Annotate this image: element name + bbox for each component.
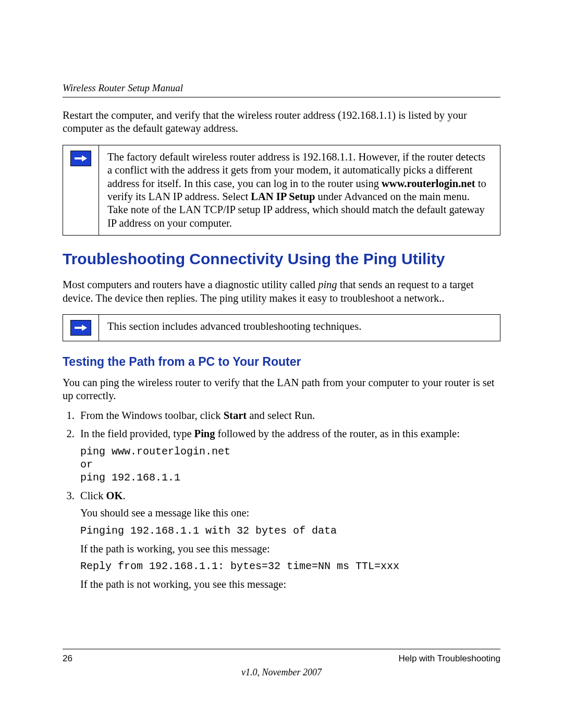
note-arrow-icon [70, 320, 91, 336]
step3-post: . [123, 490, 125, 501]
doc-version: v1.0, November 2007 [63, 667, 500, 678]
step3-p3: If the path is not working, you see this… [80, 578, 500, 591]
page-number: 26 [63, 653, 72, 664]
document-page: Wireless Router Setup Manual Restart the… [0, 0, 563, 728]
step3-bold: OK [106, 490, 123, 501]
note-text: This section includes advanced troublesh… [99, 315, 370, 341]
step-3: Click OK. You should see a message like … [77, 489, 500, 591]
testing-paragraph: You can ping the wireless router to veri… [63, 376, 500, 403]
page-footer: 26 Help with Troubleshooting v1.0, Novem… [63, 649, 500, 678]
section-heading: Troubleshooting Connectivity Using the P… [63, 250, 500, 268]
note-text: The factory default wireless router addr… [99, 145, 500, 235]
step-2: In the field provided, type Ping followe… [77, 427, 500, 484]
note-icon-cell [63, 145, 99, 235]
ping-italic: ping [318, 279, 337, 290]
step3-code1: Pinging 192.168.1.1 with 32 bytes of dat… [80, 524, 500, 537]
subsection-heading: Testing the Path from a PC to Your Route… [63, 355, 500, 369]
step3-p2: If the path is working, you see this mes… [80, 542, 500, 556]
note-arrow-icon [70, 151, 91, 166]
note-box-1: The factory default wireless router addr… [63, 145, 500, 236]
note1-bold2: LAN IP Setup [251, 191, 315, 202]
header-rule [63, 97, 500, 97]
ping-paragraph: Most computers and routers have a diagno… [63, 278, 500, 305]
step2-bold: Ping [194, 428, 215, 439]
note1-bold1: www.routerlogin.net [382, 178, 475, 189]
step3-pre: Click [80, 490, 106, 501]
step3-code2: Reply from 192.168.1.1: bytes=32 time=NN… [80, 560, 500, 573]
footer-rule [63, 649, 500, 649]
step2-code: ping www.routerlogin.net or ping 192.168… [80, 445, 500, 484]
intro-paragraph: Restart the computer, and verify that th… [63, 109, 500, 135]
note-icon-cell [63, 315, 99, 341]
step2-pre: In the field provided, type [80, 428, 194, 439]
note-box-2: This section includes advanced troublesh… [63, 314, 500, 341]
step1-pre: From the Windows toolbar, click [80, 410, 224, 421]
step-list: From the Windows toolbar, click Start an… [63, 409, 500, 591]
chapter-title: Help with Troubleshooting [398, 653, 500, 664]
running-header: Wireless Router Setup Manual [63, 82, 500, 97]
step2-post: followed by the address of the router, a… [215, 428, 459, 439]
ping-pre: Most computers and routers have a diagno… [63, 279, 318, 290]
step3-p1: You should see a message like this one: [80, 507, 500, 520]
step1-post: and select Run. [247, 410, 315, 421]
step1-bold: Start [224, 410, 247, 421]
step-1: From the Windows toolbar, click Start an… [77, 409, 500, 422]
